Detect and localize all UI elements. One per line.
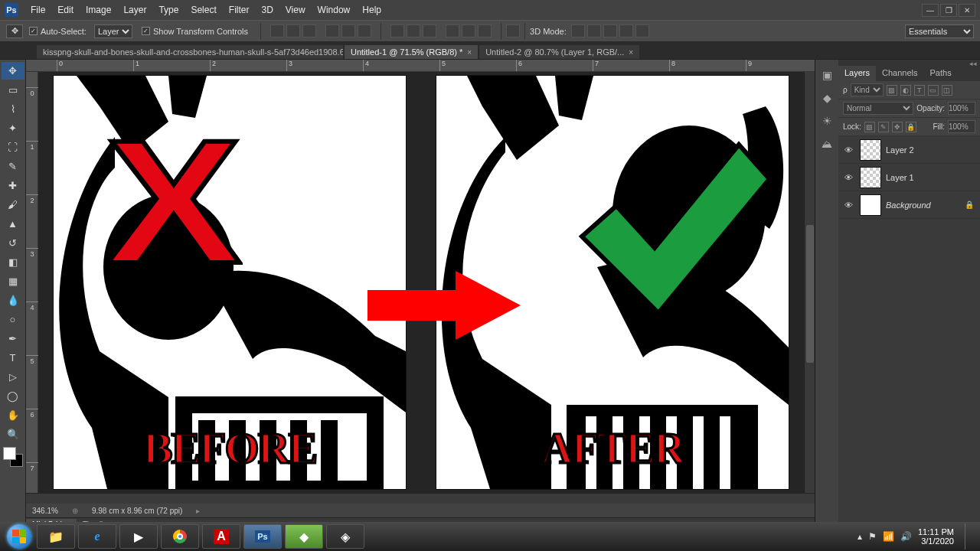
eyedropper-tool[interactable]: ✎	[2, 158, 24, 175]
flag-icon[interactable]: ⚑	[868, 531, 877, 542]
layer-name[interactable]: Background	[886, 201, 931, 210]
layer-filter-kind-dropdown[interactable]: Kind	[851, 83, 884, 96]
zoom-level[interactable]: 346.1%	[32, 507, 58, 515]
filter-smart-icon[interactable]: ◫	[942, 85, 952, 96]
document-tab[interactable]: Untitled-1 @ 71.5% (RGB/8) *×	[345, 45, 478, 59]
paths-tab[interactable]: Paths	[924, 66, 958, 81]
close-button[interactable]: ✕	[959, 4, 975, 17]
layer-thumbnail[interactable]	[860, 194, 881, 216]
distribute-top-button[interactable]	[390, 24, 404, 37]
auto-align-button[interactable]	[506, 24, 520, 37]
layer-row[interactable]: 👁 Layer 1	[838, 164, 980, 191]
healing-tool[interactable]: ✚	[2, 177, 24, 194]
distribute-left-button[interactable]	[446, 24, 459, 37]
lock-all-icon[interactable]: 🔒	[906, 122, 916, 132]
menu-edit[interactable]: Edit	[51, 5, 80, 15]
3d-orbit-button[interactable]	[571, 24, 585, 37]
opacity-input[interactable]	[948, 102, 975, 115]
adjustments-panel-icon[interactable]: ☀	[819, 113, 835, 129]
fill-input[interactable]	[948, 120, 975, 133]
marquee-tool[interactable]: ▭	[2, 81, 24, 99]
visibility-toggle-icon[interactable]: 👁	[841, 201, 855, 210]
filter-shape-icon[interactable]: ▭	[928, 85, 939, 96]
3d-slide-button[interactable]	[619, 24, 633, 37]
distribute-vcenter-button[interactable]	[407, 24, 420, 37]
distribute-bottom-button[interactable]	[423, 24, 436, 37]
magic-wand-tool[interactable]: ✦	[2, 119, 24, 137]
explorer-taskbar-button[interactable]: 📁	[37, 524, 75, 549]
align-vcenter-button[interactable]	[286, 24, 300, 37]
visibility-toggle-icon[interactable]: 👁	[841, 173, 855, 182]
document-tab[interactable]: kisspng-skull-and-bones-skull-and-crossb…	[37, 45, 343, 59]
layer-row[interactable]: 👁 Layer 2	[838, 136, 980, 164]
distribute-hcenter-button[interactable]	[462, 24, 475, 37]
stamp-tool[interactable]: ▲	[2, 215, 24, 233]
align-top-button[interactable]	[270, 24, 284, 37]
align-hcenter-button[interactable]	[341, 24, 355, 37]
align-left-button[interactable]	[325, 24, 339, 37]
vertical-scrollbar[interactable]	[804, 72, 815, 493]
3d-zoom-button[interactable]	[635, 24, 649, 37]
color-swatch[interactable]	[3, 447, 23, 467]
3d-pan-button[interactable]	[603, 24, 617, 37]
history-brush-tool[interactable]: ↺	[2, 234, 24, 252]
workspace-dropdown[interactable]: Essentials	[905, 24, 974, 38]
filter-adjust-icon[interactable]: ◐	[900, 85, 911, 96]
shape-tool[interactable]: ◯	[2, 387, 24, 405]
auto-select-target-dropdown[interactable]: Layer	[94, 24, 132, 38]
menu-window[interactable]: Window	[312, 5, 357, 15]
align-bottom-button[interactable]	[302, 24, 316, 37]
dodge-tool[interactable]: ○	[2, 311, 24, 328]
close-tab-icon[interactable]: ×	[467, 48, 472, 57]
menu-image[interactable]: Image	[80, 5, 117, 15]
auto-select-checkbox[interactable]: ✓Auto-Select:	[29, 27, 87, 36]
move-tool[interactable]: ✥	[2, 62, 24, 80]
tray-up-icon[interactable]: ▴	[858, 531, 862, 542]
channels-tab[interactable]: Channels	[876, 66, 923, 81]
panel-collapse-icon[interactable]: ◂◂	[838, 60, 980, 66]
blur-tool[interactable]: 💧	[2, 292, 24, 309]
menu-type[interactable]: Type	[152, 5, 185, 15]
show-transform-checkbox[interactable]: ✓Show Transform Controls	[142, 27, 248, 36]
start-button[interactable]	[3, 523, 35, 549]
menu-layer[interactable]: Layer	[117, 5, 152, 15]
layer-thumbnail[interactable]	[860, 139, 881, 161]
app2-taskbar-button[interactable]: ◈	[326, 524, 364, 549]
vertical-ruler[interactable]: 0 1 2 3 4 5 6 7	[26, 72, 38, 493]
lock-image-icon[interactable]: ✎	[878, 122, 889, 132]
menu-select[interactable]: Select	[185, 5, 222, 15]
brush-tool[interactable]: 🖌	[2, 196, 24, 214]
pen-tool[interactable]: ✒	[2, 330, 24, 347]
ie-taskbar-button[interactable]: e	[78, 524, 116, 549]
close-tab-icon[interactable]: ×	[629, 48, 633, 57]
document-tab[interactable]: Untitled-2 @ 80.7% (Layer 1, RGB/...×	[479, 45, 639, 59]
visibility-toggle-icon[interactable]: 👁	[841, 145, 855, 155]
3d-roll-button[interactable]	[587, 24, 601, 37]
maximize-button[interactable]: ❐	[940, 4, 957, 17]
type-tool[interactable]: T	[2, 349, 24, 367]
blend-mode-dropdown[interactable]: Normal	[843, 102, 913, 115]
crop-tool[interactable]: ⛶	[2, 139, 24, 156]
gradient-tool[interactable]: ▦	[2, 272, 24, 290]
layers-tab[interactable]: Layers	[838, 66, 876, 81]
network-icon[interactable]: 📶	[883, 531, 894, 542]
eraser-tool[interactable]: ◧	[2, 253, 24, 271]
filter-pixel-icon[interactable]: ▧	[887, 85, 897, 96]
acrobat-taskbar-button[interactable]: A	[202, 524, 240, 549]
histogram-panel-icon[interactable]: ⛰	[819, 136, 835, 152]
history-panel-icon[interactable]: ▣	[819, 67, 835, 83]
color-panel-icon[interactable]: ◆	[819, 90, 835, 106]
zoom-tool[interactable]: 🔍	[2, 425, 24, 443]
layer-thumbnail[interactable]	[860, 167, 881, 188]
path-select-tool[interactable]: ▷	[2, 368, 24, 386]
scrollbar-thumb[interactable]	[806, 225, 814, 363]
minimize-button[interactable]: —	[922, 4, 939, 17]
chrome-taskbar-button[interactable]	[161, 524, 199, 549]
menu-filter[interactable]: Filter	[223, 5, 256, 15]
status-flyout-icon[interactable]: ▸	[196, 507, 200, 515]
filter-type-icon[interactable]: T	[914, 85, 925, 96]
taskbar-clock[interactable]: 11:11 PM 3/1/2020	[918, 527, 954, 546]
status-icon[interactable]: ⊕	[72, 507, 78, 515]
menu-file[interactable]: File	[24, 5, 51, 15]
menu-view[interactable]: View	[279, 5, 312, 15]
